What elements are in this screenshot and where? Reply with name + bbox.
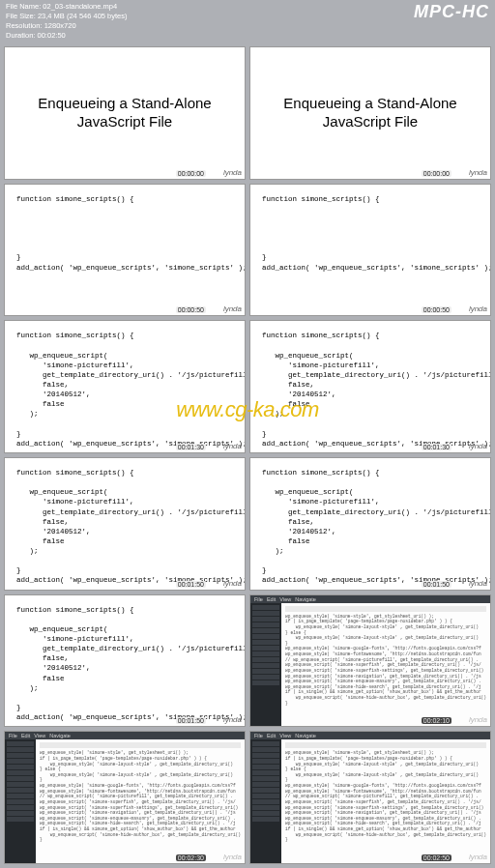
lynda-watermark: lynda (469, 579, 487, 588)
sidebar-item[interactable] (252, 657, 279, 662)
sidebar-item[interactable] (7, 805, 34, 810)
menu-item[interactable]: Edit (267, 596, 276, 602)
sidebar-item[interactable] (7, 759, 34, 764)
code-line: } (40, 837, 241, 843)
editor-tabs[interactable] (285, 606, 486, 612)
sidebar-item[interactable] (252, 794, 279, 798)
file-size: 23,4 MB (24 546 405 bytes) (38, 12, 128, 20)
editor-tabs[interactable] (285, 742, 486, 748)
lynda-watermark: lynda (469, 442, 487, 450)
sidebar-item[interactable] (7, 817, 34, 822)
sidebar-item[interactable] (7, 770, 34, 775)
file-name: 02_03-standalone.mp4 (43, 2, 117, 11)
sidebar-item[interactable] (7, 765, 34, 769)
sidebar-item[interactable] (252, 634, 279, 639)
sidebar-item[interactable] (7, 747, 34, 752)
thumbnail-cell[interactable]: FileEditViewNavigatewp_enqueue_style( 's… (249, 731, 491, 864)
timestamp: 00:01:30 (422, 444, 451, 450)
thumbnail-grid: Enqueueing a Stand-Alone JavaScript File… (0, 43, 495, 868)
menu-item[interactable]: View (279, 596, 291, 602)
menu-item[interactable]: Edit (21, 733, 30, 738)
sidebar-item[interactable] (252, 747, 279, 752)
editor-sidebar[interactable] (250, 739, 281, 863)
code-block: function simone_scripts() { wp_enqueue_s… (5, 458, 245, 590)
code-line: wp_enqueue_script( 'simone-hide-author_b… (285, 832, 486, 838)
sidebar-item[interactable] (7, 753, 34, 758)
menu-item[interactable]: Navigate (295, 733, 316, 738)
thumbnail-cell[interactable]: function simone_scripts() { wp_enqueue_s… (249, 320, 491, 453)
sidebar-item[interactable] (252, 622, 279, 627)
sidebar-item[interactable] (252, 817, 279, 822)
editor-main[interactable]: wp_enqueue_style( 'simone-style', get_st… (281, 603, 490, 727)
thumbnail-cell[interactable]: function simone_scripts() { wp_enqueue_s… (4, 320, 246, 453)
code-line: wp_enqueue_script( 'simone-navigation', … (285, 810, 486, 816)
sidebar-item[interactable] (252, 776, 279, 781)
editor-sidebar[interactable] (5, 739, 36, 863)
thumbnail-cell[interactable]: function simone_scripts() { wp_enqueue_s… (249, 457, 491, 591)
code-line: wp_enqueue_script( 'simone-superfish', g… (40, 799, 241, 805)
menu-item[interactable]: Navigate (295, 596, 316, 602)
editor-menubar[interactable]: FileEditViewNavigate (250, 595, 490, 603)
sidebar-item[interactable] (252, 669, 279, 674)
sidebar-item[interactable] (252, 811, 279, 816)
thumbnail-cell[interactable]: function simone_scripts() { } add_action… (4, 184, 246, 317)
editor-menubar[interactable]: FileEditViewNavigate (5, 732, 245, 739)
duration: 00:02:50 (38, 31, 66, 40)
thumbnail-cell[interactable]: Enqueueing a Stand-Alone JavaScript File… (249, 46, 491, 180)
thumbnail-cell[interactable]: FileEditViewNavigatewp_enqueue_style( 's… (4, 731, 246, 864)
sidebar-item[interactable] (252, 646, 279, 651)
menu-item[interactable]: Edit (267, 733, 276, 738)
sidebar-item[interactable] (252, 741, 279, 746)
resolution-label: Resolution: (6, 21, 43, 30)
sidebar-item[interactable] (252, 675, 279, 680)
sidebar-item[interactable] (7, 794, 34, 798)
sidebar-item[interactable] (252, 799, 279, 804)
timestamp: 00:00:00 (422, 170, 451, 177)
menu-item[interactable]: File (254, 596, 263, 602)
sidebar-item[interactable] (252, 605, 279, 610)
sidebar-item[interactable] (252, 753, 279, 758)
thumbnail-cell[interactable]: Enqueueing a Stand-Alone JavaScript File… (4, 46, 246, 180)
sidebar-item[interactable] (7, 741, 34, 746)
menu-item[interactable]: View (279, 733, 291, 738)
sidebar-item[interactable] (252, 759, 279, 764)
editor-tabs[interactable] (40, 742, 241, 748)
sidebar-item[interactable] (252, 788, 279, 793)
editor-main[interactable]: wp_enqueue_style( 'simone-style', get_st… (36, 739, 245, 863)
sidebar-item[interactable] (7, 776, 34, 781)
sidebar-item[interactable] (252, 663, 279, 668)
sidebar-item[interactable] (7, 811, 34, 816)
editor-menubar[interactable]: FileEditViewNavigate (250, 732, 490, 739)
menu-item[interactable]: File (254, 733, 263, 738)
menu-item[interactable]: Navigate (49, 733, 71, 738)
timestamp: 00:00:50 (176, 306, 206, 313)
sidebar-item[interactable] (252, 680, 279, 685)
code-block: function simone_scripts() { wp_enqueue_s… (5, 595, 245, 727)
sidebar-item[interactable] (252, 765, 279, 769)
lynda-watermark: lynda (223, 304, 242, 313)
sidebar-item[interactable] (252, 617, 279, 622)
timestamp: 00:01:50 (422, 581, 451, 588)
code-line: wp_enqueue_script( 'simone-enqueue-mason… (285, 679, 486, 684)
sidebar-item[interactable] (7, 799, 34, 804)
thumbnail-cell[interactable]: function simone_scripts() { wp_enqueue_s… (4, 457, 246, 591)
thumbnail-cell[interactable]: FileEditViewNavigatewp_enqueue_style( 's… (249, 594, 491, 728)
editor-main[interactable]: wp_enqueue_style( 'simone-style', get_st… (281, 739, 490, 863)
editor-sidebar[interactable] (250, 603, 281, 727)
lynda-watermark: lynda (223, 579, 242, 588)
sidebar-item[interactable] (252, 628, 279, 633)
sidebar-item[interactable] (252, 640, 279, 645)
menu-item[interactable]: View (34, 733, 45, 738)
sidebar-item[interactable] (7, 782, 34, 787)
sidebar-item[interactable] (252, 805, 279, 810)
menu-item[interactable]: File (9, 733, 17, 738)
sidebar-item[interactable] (252, 782, 279, 787)
sidebar-item[interactable] (7, 788, 34, 793)
timestamp: 00:01:50 (176, 717, 206, 724)
thumbnail-cell[interactable]: function simone_scripts() { wp_enqueue_s… (4, 594, 246, 728)
thumbnail-cell[interactable]: function simone_scripts() { } add_action… (249, 184, 491, 317)
code-line: wp_enqueue_script( 'simone-hide-author_b… (40, 832, 241, 838)
sidebar-item[interactable] (252, 611, 279, 616)
sidebar-item[interactable] (252, 651, 279, 656)
sidebar-item[interactable] (252, 770, 279, 775)
